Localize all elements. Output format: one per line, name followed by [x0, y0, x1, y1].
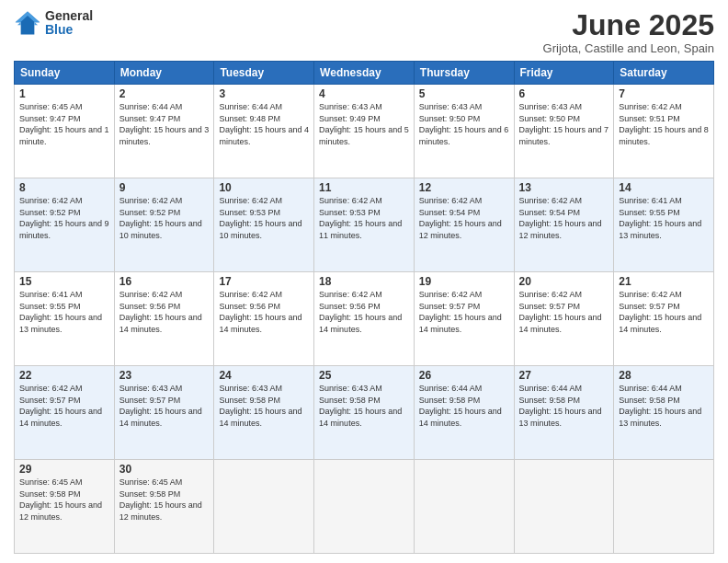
- week-row-3: 15 Sunrise: 6:41 AM Sunset: 9:55 PM Dayl…: [15, 272, 714, 366]
- day-number: 20: [519, 275, 609, 288]
- day-cell: 9 Sunrise: 6:42 AM Sunset: 9:52 PM Dayli…: [114, 178, 214, 272]
- col-monday: Monday: [114, 62, 214, 85]
- day-cell: 28 Sunrise: 6:44 AM Sunset: 9:58 PM Dayl…: [614, 366, 714, 460]
- day-cell: [614, 460, 714, 554]
- week-row-4: 22 Sunrise: 6:42 AM Sunset: 9:57 PM Dayl…: [15, 366, 714, 460]
- day-info: Sunrise: 6:42 AM Sunset: 9:54 PM Dayligh…: [419, 195, 509, 241]
- day-info: Sunrise: 6:45 AM Sunset: 9:58 PM Dayligh…: [119, 477, 210, 523]
- day-cell: 23 Sunrise: 6:43 AM Sunset: 9:57 PM Dayl…: [114, 366, 214, 460]
- header-row: Sunday Monday Tuesday Wednesday Thursday…: [15, 62, 714, 85]
- day-number: 28: [619, 369, 709, 382]
- title-area: June 2025 Grijota, Castille and Leon, Sp…: [543, 9, 714, 55]
- day-cell: 16 Sunrise: 6:42 AM Sunset: 9:56 PM Dayl…: [114, 272, 214, 366]
- day-number: 19: [419, 275, 509, 288]
- day-cell: 19 Sunrise: 6:42 AM Sunset: 9:57 PM Dayl…: [414, 272, 514, 366]
- day-info: Sunrise: 6:42 AM Sunset: 9:54 PM Dayligh…: [519, 195, 609, 241]
- day-number: 29: [19, 463, 109, 476]
- day-cell: 15 Sunrise: 6:41 AM Sunset: 9:55 PM Dayl…: [15, 272, 115, 366]
- col-saturday: Saturday: [614, 62, 714, 85]
- day-info: Sunrise: 6:41 AM Sunset: 9:55 PM Dayligh…: [619, 195, 709, 241]
- day-cell: 20 Sunrise: 6:42 AM Sunset: 9:57 PM Dayl…: [514, 272, 614, 366]
- day-number: 13: [519, 181, 609, 194]
- day-number: 30: [119, 463, 210, 476]
- day-cell: 1 Sunrise: 6:45 AM Sunset: 9:47 PM Dayli…: [15, 85, 115, 178]
- day-cell: 30 Sunrise: 6:45 AM Sunset: 9:58 PM Dayl…: [114, 460, 214, 554]
- day-info: Sunrise: 6:42 AM Sunset: 9:57 PM Dayligh…: [19, 383, 109, 429]
- day-cell: [314, 460, 415, 554]
- day-info: Sunrise: 6:43 AM Sunset: 9:58 PM Dayligh…: [319, 383, 409, 429]
- day-number: 9: [119, 181, 210, 194]
- page: General Blue June 2025 Grijota, Castille…: [0, 0, 728, 563]
- day-number: 24: [219, 369, 309, 382]
- day-cell: 11 Sunrise: 6:42 AM Sunset: 9:53 PM Dayl…: [314, 178, 415, 272]
- day-info: Sunrise: 6:42 AM Sunset: 9:57 PM Dayligh…: [619, 289, 709, 335]
- day-info: Sunrise: 6:44 AM Sunset: 9:48 PM Dayligh…: [219, 101, 309, 147]
- day-info: Sunrise: 6:43 AM Sunset: 9:50 PM Dayligh…: [419, 101, 509, 147]
- day-number: 17: [219, 275, 309, 288]
- logo-icon: [14, 10, 41, 36]
- week-row-5: 29 Sunrise: 6:45 AM Sunset: 9:58 PM Dayl…: [15, 460, 714, 554]
- day-info: Sunrise: 6:42 AM Sunset: 9:52 PM Dayligh…: [119, 195, 210, 241]
- logo-general: General: [45, 9, 93, 23]
- day-number: 3: [219, 87, 309, 100]
- day-info: Sunrise: 6:42 AM Sunset: 9:56 PM Dayligh…: [119, 289, 210, 335]
- day-number: 4: [319, 87, 409, 100]
- day-cell: 3 Sunrise: 6:44 AM Sunset: 9:48 PM Dayli…: [214, 85, 314, 178]
- day-cell: 4 Sunrise: 6:43 AM Sunset: 9:49 PM Dayli…: [314, 85, 415, 178]
- day-number: 10: [219, 181, 309, 194]
- day-cell: 25 Sunrise: 6:43 AM Sunset: 9:58 PM Dayl…: [314, 366, 415, 460]
- day-info: Sunrise: 6:41 AM Sunset: 9:55 PM Dayligh…: [19, 289, 109, 335]
- day-cell: 22 Sunrise: 6:42 AM Sunset: 9:57 PM Dayl…: [15, 366, 115, 460]
- day-cell: 5 Sunrise: 6:43 AM Sunset: 9:50 PM Dayli…: [414, 85, 514, 178]
- day-number: 2: [119, 87, 210, 100]
- day-number: 27: [519, 369, 609, 382]
- day-number: 6: [519, 87, 609, 100]
- day-cell: 13 Sunrise: 6:42 AM Sunset: 9:54 PM Dayl…: [514, 178, 614, 272]
- day-cell: 26 Sunrise: 6:44 AM Sunset: 9:58 PM Dayl…: [414, 366, 514, 460]
- day-number: 26: [419, 369, 509, 382]
- day-number: 21: [619, 275, 709, 288]
- day-info: Sunrise: 6:43 AM Sunset: 9:58 PM Dayligh…: [219, 383, 309, 429]
- day-info: Sunrise: 6:45 AM Sunset: 9:58 PM Dayligh…: [19, 477, 109, 523]
- day-cell: [414, 460, 514, 554]
- day-number: 11: [319, 181, 409, 194]
- col-tuesday: Tuesday: [214, 62, 314, 85]
- day-number: 15: [19, 275, 109, 288]
- day-info: Sunrise: 6:45 AM Sunset: 9:47 PM Dayligh…: [19, 101, 109, 147]
- logo-text: General Blue: [45, 9, 93, 38]
- day-number: 14: [619, 181, 709, 194]
- week-row-2: 8 Sunrise: 6:42 AM Sunset: 9:52 PM Dayli…: [15, 178, 714, 272]
- day-number: 1: [19, 87, 109, 100]
- day-info: Sunrise: 6:42 AM Sunset: 9:52 PM Dayligh…: [19, 195, 109, 241]
- day-info: Sunrise: 6:43 AM Sunset: 9:57 PM Dayligh…: [119, 383, 210, 429]
- day-cell: 7 Sunrise: 6:42 AM Sunset: 9:51 PM Dayli…: [614, 85, 714, 178]
- day-cell: 27 Sunrise: 6:44 AM Sunset: 9:58 PM Dayl…: [514, 366, 614, 460]
- calendar-table: Sunday Monday Tuesday Wednesday Thursday…: [14, 61, 714, 554]
- day-number: 22: [19, 369, 109, 382]
- col-sunday: Sunday: [15, 62, 115, 85]
- day-info: Sunrise: 6:42 AM Sunset: 9:56 PM Dayligh…: [219, 289, 309, 335]
- day-number: 7: [619, 87, 709, 100]
- day-info: Sunrise: 6:42 AM Sunset: 9:57 PM Dayligh…: [419, 289, 509, 335]
- day-number: 5: [419, 87, 509, 100]
- day-number: 16: [119, 275, 210, 288]
- day-cell: 6 Sunrise: 6:43 AM Sunset: 9:50 PM Dayli…: [514, 85, 614, 178]
- day-info: Sunrise: 6:44 AM Sunset: 9:58 PM Dayligh…: [419, 383, 509, 429]
- day-cell: 12 Sunrise: 6:42 AM Sunset: 9:54 PM Dayl…: [414, 178, 514, 272]
- logo-blue: Blue: [45, 23, 93, 37]
- day-cell: 2 Sunrise: 6:44 AM Sunset: 9:47 PM Dayli…: [114, 85, 214, 178]
- day-number: 12: [419, 181, 509, 194]
- day-info: Sunrise: 6:44 AM Sunset: 9:58 PM Dayligh…: [519, 383, 609, 429]
- day-cell: 21 Sunrise: 6:42 AM Sunset: 9:57 PM Dayl…: [614, 272, 714, 366]
- col-wednesday: Wednesday: [314, 62, 415, 85]
- day-cell: 14 Sunrise: 6:41 AM Sunset: 9:55 PM Dayl…: [614, 178, 714, 272]
- day-info: Sunrise: 6:43 AM Sunset: 9:49 PM Dayligh…: [319, 101, 409, 147]
- day-cell: [514, 460, 614, 554]
- month-title: June 2025: [543, 9, 714, 41]
- day-number: 23: [119, 369, 210, 382]
- header: General Blue June 2025 Grijota, Castille…: [14, 9, 714, 55]
- day-cell: 24 Sunrise: 6:43 AM Sunset: 9:58 PM Dayl…: [214, 366, 314, 460]
- day-number: 8: [19, 181, 109, 194]
- logo: General Blue: [14, 9, 93, 38]
- day-cell: 18 Sunrise: 6:42 AM Sunset: 9:56 PM Dayl…: [314, 272, 415, 366]
